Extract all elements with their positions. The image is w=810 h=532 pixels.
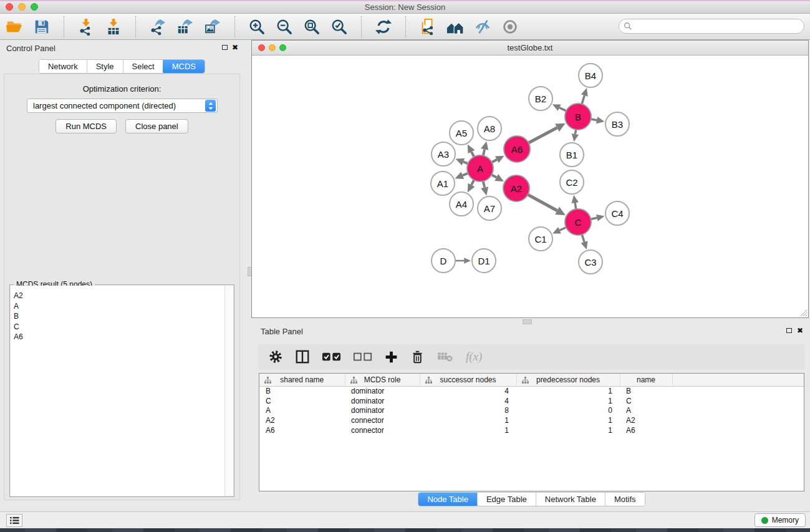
optimization-criterion-select[interactable]: largest connected component (directed) [27,99,218,113]
export-table-icon[interactable] [176,17,195,36]
graph-node-A4[interactable]: A4 [449,191,474,216]
column-header-successor-nodes[interactable]: successor nodes [420,374,516,386]
console-list-button[interactable] [6,514,22,527]
graph-node-B4[interactable]: B4 [578,63,603,88]
close-panel-icon[interactable]: ✖ [232,44,238,51]
graph-node-A[interactable]: A [466,155,494,182]
column-header-shared-name[interactable]: shared name [259,374,345,386]
tab-network[interactable]: Network [39,60,87,73]
run-mcds-button[interactable]: Run MCDS [55,119,117,133]
table-row[interactable]: A6connector11A6 [259,425,804,435]
mcds-result-item[interactable]: C [11,322,224,332]
search-icon [624,22,632,31]
save-session-icon[interactable] [32,17,51,36]
result-scrollbar[interactable] [224,286,233,496]
select-all-rows-icon[interactable] [322,349,341,365]
control-panel-title: Control Panel [6,44,55,53]
frame-resize-grip[interactable] [799,308,807,316]
toolbar-separator [135,16,136,37]
zoom-fit-icon[interactable] [302,17,321,36]
graph-node-C2[interactable]: C2 [559,170,584,195]
window-top-edge [0,0,810,1]
zoom-in-icon[interactable] [248,17,266,36]
table-close-panel-icon[interactable]: ✖ [797,327,803,334]
graph-node-C[interactable]: C [564,208,592,236]
toolbar-separator [361,16,362,37]
tab-motifs[interactable]: Motifs [605,493,645,506]
window-title: Session: New Session [0,2,810,12]
mcds-tab-content: Optimization criterion: largest connecte… [4,74,240,500]
graph-node-C1[interactable]: C1 [528,226,553,251]
graph-node-A7[interactable]: A7 [477,196,502,221]
mcds-result-item[interactable]: A2 [11,291,224,301]
export-image-icon[interactable] [203,17,222,36]
function-builder-icon[interactable]: f(x) [466,349,482,365]
toolbar-icon-group [5,16,519,37]
birds-eye-view-icon[interactable] [501,17,519,36]
deselect-all-rows-icon[interactable] [353,349,372,365]
open-session-icon[interactable] [5,17,24,36]
refresh-view-icon[interactable] [374,17,393,36]
table-toolbar: f(x) [258,344,804,369]
search-field[interactable] [619,19,804,34]
toggle-columns-icon[interactable] [295,349,310,365]
memory-button[interactable]: Memory [755,513,806,527]
table-row[interactable]: Bdominator41B [259,386,804,396]
tab-style[interactable]: Style [87,60,123,73]
toolbar-separator [405,16,406,37]
table-panel: Table Panel ✖ f(x) shared nameMCDS roles… [244,323,810,511]
tab-edge-table[interactable]: Edge Table [477,493,536,506]
column-header-MCDS-role[interactable]: MCDS role [345,374,420,386]
mcds-result-item[interactable]: A [11,301,224,312]
toolbar-separator [234,16,235,37]
duplicate-network-icon[interactable] [418,17,437,36]
graph-node-C3[interactable]: C3 [578,249,603,274]
column-header-predecessor-nodes[interactable]: predecessor nodes [516,374,620,386]
import-table-icon[interactable] [104,17,123,36]
control-panel: Control Panel ✖ NetworkStyleSelectMCDS O… [0,40,244,511]
tab-mcds[interactable]: MCDS [163,59,205,74]
mcds-result-item[interactable]: A6 [11,332,224,342]
graph-node-D1[interactable]: D1 [471,248,496,273]
graph-node-A8[interactable]: A8 [477,116,502,141]
network-window-title: testGlobe.txt [252,43,808,52]
graph-node-B1[interactable]: B1 [559,142,584,167]
graph-node-B[interactable]: B [564,103,592,130]
float-panel-icon[interactable] [222,45,228,50]
graph-node-B3[interactable]: B3 [605,112,630,137]
graph-node-A5[interactable]: A5 [449,120,474,145]
table-float-panel-icon[interactable] [786,328,792,333]
node-table[interactable]: shared nameMCDS rolesuccessor nodesprede… [259,373,804,491]
graph-node-A6[interactable]: A6 [503,135,531,163]
select-stepper-icon [205,100,216,112]
export-network-icon[interactable] [148,17,167,36]
tab-network-table[interactable]: Network Table [536,493,605,506]
table-row[interactable]: Adominator80A [259,406,804,416]
graph-node-D[interactable]: D [431,248,456,273]
search-input[interactable] [632,21,804,32]
table-row[interactable]: A2connector11A2 [259,415,804,425]
hide-graphics-details-icon[interactable] [473,17,492,36]
table-row[interactable]: Cdominator41C [259,396,804,406]
network-canvas[interactable]: B4B2BB3A8A5A6A3B1AC2A1A2A4A7C4CC1DD1C3 [252,56,808,317]
graph-node-C4[interactable]: C4 [605,201,630,226]
tab-node-table[interactable]: Node Table [418,492,478,506]
graph-node-A2[interactable]: A2 [503,175,530,202]
graph-node-B2[interactable]: B2 [528,86,553,111]
delete-column-icon[interactable] [410,349,425,365]
zoom-out-icon[interactable] [275,17,294,36]
graph-node-A1[interactable]: A1 [430,171,455,196]
zoom-selected-icon[interactable] [330,17,349,36]
column-header-name[interactable]: name [620,374,672,386]
home-network-icon[interactable] [446,17,465,36]
add-column-icon[interactable] [384,349,398,365]
tab-select[interactable]: Select [123,60,163,73]
network-window-titlebar[interactable]: testGlobe.txt [252,41,808,56]
close-panel-button[interactable]: Close panel [125,119,188,133]
graph-node-A3[interactable]: A3 [431,142,456,167]
mcds-result-list[interactable]: A2ABCA6 [11,286,224,496]
table-settings-icon[interactable] [268,349,283,365]
mcds-result-item[interactable]: B [11,311,224,322]
import-network-icon[interactable] [77,17,95,36]
delete-table-icon[interactable] [436,349,454,365]
